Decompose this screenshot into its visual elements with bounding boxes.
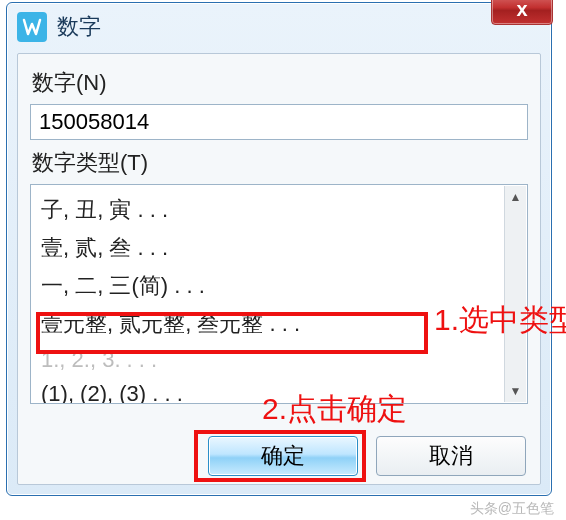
app-icon [17,12,47,42]
scroll-up-icon[interactable]: ▲ [505,186,526,208]
type-listbox-container: 子, 丑, 寅 . . . 壹, 贰, 叁 . . . 一, 二, 三(简) .… [30,184,528,404]
scrollbar[interactable]: ▲ ▼ [504,186,526,402]
watermark: 头条@五色笔 [470,500,554,518]
button-row: 确定 取消 [208,436,526,476]
ok-button-label: 确定 [261,441,305,471]
scroll-down-icon[interactable]: ▼ [505,380,526,402]
list-item[interactable]: 一, 二, 三(简) . . . [39,267,501,305]
type-label: 数字类型(T) [32,148,528,178]
list-item[interactable]: 壹元整, 贰元整, 叁元整 . . . [39,305,501,343]
list-item[interactable]: (1), (2), (3) . . . [39,377,501,404]
list-item[interactable]: 子, 丑, 寅 . . . [39,191,501,229]
cancel-button[interactable]: 取消 [376,436,526,476]
type-listbox[interactable]: 子, 丑, 寅 . . . 壹, 贰, 叁 . . . 一, 二, 三(简) .… [30,184,528,404]
cancel-button-label: 取消 [429,441,473,471]
ok-button[interactable]: 确定 [208,436,358,476]
titlebar[interactable]: 数字 x [7,3,551,51]
dialog-title: 数字 [57,12,101,42]
close-icon: x [516,0,527,21]
list-item[interactable]: 壹, 贰, 叁 . . . [39,229,501,267]
list-item[interactable]: 1., 2., 3. . . . [39,343,501,377]
dialog-window: 数字 x 数字(N) 数字类型(T) 子, 丑, 寅 . . . 壹, 贰, 叁… [6,2,552,496]
close-button[interactable]: x [491,0,553,25]
number-input[interactable] [30,104,528,140]
number-label: 数字(N) [32,68,528,98]
dialog-client-area: 数字(N) 数字类型(T) 子, 丑, 寅 . . . 壹, 贰, 叁 . . … [17,53,541,485]
